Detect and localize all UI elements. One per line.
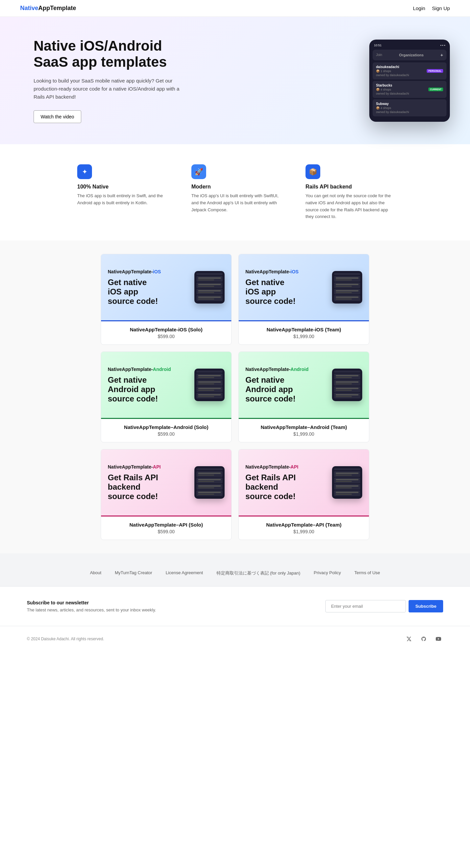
feature-native-desc: The iOS app is built entirely in Swift, … (77, 192, 165, 207)
product-android-team-brand: NativeAppTemplate-Android (245, 367, 309, 372)
product-android-team-text: NativeAppTemplate-Android Get nativeAndr… (245, 367, 309, 403)
nav-links: Login Sign Up (413, 5, 450, 11)
footer-links: About MyTurnTag Creator License Agreemen… (27, 570, 443, 576)
features-section: ✦ 100% Native The iOS app is built entir… (0, 144, 470, 241)
product-api-solo-price: $599.00 (108, 529, 225, 534)
product-ios-team-banner: NativeAppTemplate-iOS Get nativeiOS apps… (239, 254, 369, 321)
product-ios-solo-headline: Get nativeiOS appsource code! (108, 278, 161, 306)
product-api-team-banner: NativeAppTemplate-API Get Rails APIbacke… (239, 450, 369, 517)
watch-video-button[interactable]: Watch the video (34, 110, 81, 123)
product-ios-team[interactable]: NativeAppTemplate-iOS Get nativeiOS apps… (238, 254, 369, 345)
signup-link[interactable]: Sign Up (432, 5, 450, 11)
mini-phone-android-solo (195, 369, 225, 401)
product-api-solo-brand: NativeAppTemplate-API (108, 464, 161, 470)
product-android-team-name: NativeAppTemplate–Android (Team) (245, 424, 362, 430)
nav-logo[interactable]: NativeAppTemplate (20, 5, 76, 12)
youtube-icon[interactable] (434, 634, 443, 644)
product-api-team[interactable]: NativeAppTemplate-API Get Rails APIbacke… (238, 449, 369, 540)
product-api-solo-name: NativeAppTemplate–API (Solo) (108, 522, 225, 528)
copyright-text: © 2024 Daisuke Adachi. All rights reserv… (27, 637, 104, 641)
mini-phone-api-team (332, 466, 362, 499)
footer-link-about[interactable]: About (90, 570, 101, 576)
feature-rails: 📦 Rails API backend You can get not only… (305, 164, 393, 220)
mini-phone-ios-solo (195, 271, 225, 304)
footer-link-tokutei[interactable]: 特定商取引法に基づく表記 (for only Japan) (216, 570, 300, 576)
product-android-team[interactable]: NativeAppTemplate-Android Get nativeAndr… (238, 351, 369, 442)
footer-link-privacy[interactable]: Privacy Policy (314, 570, 341, 576)
newsletter-form: Subscribe (325, 600, 443, 613)
product-android-solo-price: $599.00 (108, 431, 225, 437)
footer-link-terms[interactable]: Terms of Use (354, 570, 380, 576)
product-android-team-headline: Get nativeAndroid appsource code! (245, 375, 309, 403)
mini-phone-android-team (332, 369, 362, 401)
footer-nav: About MyTurnTag Creator License Agreemen… (0, 553, 470, 586)
product-api-team-price: $1,999.00 (245, 529, 362, 534)
mini-phone-ios-team (332, 271, 362, 304)
product-api-solo-headline: Get Rails APIbackendsource code! (108, 473, 161, 501)
feature-rails-title: Rails API backend (305, 184, 393, 190)
product-ios-solo-banner: NativeAppTemplate-iOS Get nativeiOS apps… (101, 254, 231, 321)
social-links (404, 634, 443, 644)
phone-row-2: Starbucks 📦 4 shops owned by daisukeadac… (373, 81, 446, 98)
product-android-solo-name: NativeAppTemplate–Android (Solo) (108, 424, 225, 430)
product-api-team-headline: Get Rails APIbackendsource code! (245, 473, 298, 501)
phone-row-3: Subway 📦 4 shops owned by daisukeadachi (373, 99, 446, 116)
product-android-solo[interactable]: NativeAppTemplate-Android Get nativeAndr… (101, 351, 232, 442)
product-ios-solo-brand: NativeAppTemplate-iOS (108, 269, 161, 274)
rocket-icon: 🚀 (192, 164, 206, 179)
product-ios-team-name: NativeAppTemplate-iOS (Team) (245, 327, 362, 332)
newsletter-desc: The latest news, articles, and resources… (27, 608, 156, 613)
navbar: NativeAppTemplate Login Sign Up (0, 0, 470, 17)
product-ios-solo-info: NativeAppTemplate-iOS (Solo) $599.00 (101, 321, 231, 344)
product-api-team-info: NativeAppTemplate–API (Team) $1,999.00 (239, 517, 369, 540)
hero-description: Looking to build your SaaS mobile native… (34, 77, 181, 101)
product-api-team-text: NativeAppTemplate-API Get Rails APIbacke… (245, 464, 298, 501)
product-ios-team-brand: NativeAppTemplate-iOS (245, 269, 298, 274)
phone-status-bar: 10:51 ▪ ▪ ▪ (373, 43, 446, 50)
product-android-team-banner: NativeAppTemplate-Android Get nativeAndr… (239, 352, 369, 419)
products-grid: NativeAppTemplate-iOS Get nativeiOS apps… (101, 254, 369, 540)
products-section: NativeAppTemplate-iOS Get nativeiOS apps… (0, 241, 470, 553)
product-ios-team-price: $1,999.00 (245, 334, 362, 339)
feature-modern: 🚀 Modern The iOS app's UI is built entir… (192, 164, 278, 220)
footer-link-license[interactable]: License Agreement (166, 570, 203, 576)
box-icon: 📦 (305, 164, 320, 179)
native-icon: ✦ (77, 164, 92, 179)
hero-text: Native iOS/Android SaaS app templates Lo… (34, 38, 181, 123)
hero-phone-mockup: 10:51 ▪ ▪ ▪ Join Organizations + daisuke… (369, 39, 450, 122)
email-input[interactable] (325, 600, 406, 613)
footer-link-myturntag[interactable]: MyTurnTag Creator (115, 570, 152, 576)
product-android-solo-brand: NativeAppTemplate-Android (108, 367, 171, 372)
phone-tab-bar: Join Organizations + (373, 50, 446, 60)
product-android-solo-text: NativeAppTemplate-Android Get nativeAndr… (108, 367, 171, 403)
feature-native: ✦ 100% Native The iOS app is built entir… (77, 164, 165, 220)
mini-phone-api-solo (195, 466, 225, 499)
feature-modern-title: Modern (192, 184, 278, 190)
hero-title: Native iOS/Android SaaS app templates (34, 38, 181, 70)
product-ios-solo[interactable]: NativeAppTemplate-iOS Get nativeiOS apps… (101, 254, 232, 345)
copyright-section: © 2024 Daisuke Adachi. All rights reserv… (0, 626, 470, 652)
product-android-solo-info: NativeAppTemplate–Android (Solo) $599.00 (101, 419, 231, 442)
product-api-solo[interactable]: NativeAppTemplate-API Get Rails APIbacke… (101, 449, 232, 540)
login-link[interactable]: Login (413, 5, 425, 11)
product-api-solo-text: NativeAppTemplate-API Get Rails APIbacke… (108, 464, 161, 501)
product-android-team-price: $1,999.00 (245, 431, 362, 437)
product-ios-solo-name: NativeAppTemplate-iOS (Solo) (108, 327, 225, 332)
subscribe-button[interactable]: Subscribe (409, 600, 443, 613)
feature-modern-desc: The iOS app's UI is built entirely with … (192, 192, 278, 213)
product-api-solo-banner: NativeAppTemplate-API Get Rails APIbacke… (101, 450, 231, 517)
newsletter-section: Subscribe to our newsletter The latest n… (0, 586, 470, 626)
twitter-icon[interactable] (404, 634, 414, 644)
product-ios-team-text: NativeAppTemplate-iOS Get nativeiOS apps… (245, 269, 298, 306)
product-android-solo-headline: Get nativeAndroid appsource code! (108, 375, 171, 403)
product-ios-solo-text: NativeAppTemplate-iOS Get nativeiOS apps… (108, 269, 161, 306)
phone-row-1: daisukeadachi 📦 1 shops owned by daisuke… (373, 62, 446, 80)
product-ios-team-headline: Get nativeiOS appsource code! (245, 278, 298, 306)
product-android-solo-banner: NativeAppTemplate-Android Get nativeAndr… (101, 352, 231, 419)
github-icon[interactable] (419, 634, 429, 644)
newsletter-text: Subscribe to our newsletter The latest n… (27, 600, 156, 613)
product-ios-solo-price: $599.00 (108, 334, 225, 339)
product-api-team-brand: NativeAppTemplate-API (245, 464, 298, 470)
newsletter-title: Subscribe to our newsletter (27, 600, 156, 606)
product-api-solo-info: NativeAppTemplate–API (Solo) $599.00 (101, 517, 231, 540)
